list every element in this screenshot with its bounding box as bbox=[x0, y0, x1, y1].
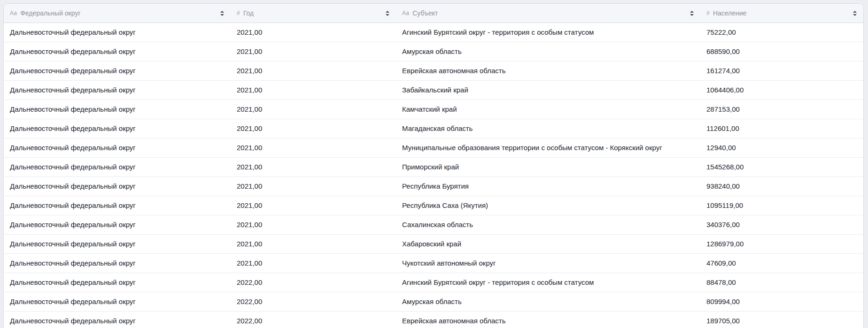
table-body: Дальневосточный федеральный округ 2021,0… bbox=[4, 23, 863, 328]
table-row: Дальневосточный федеральный округ 2021,0… bbox=[4, 81, 863, 100]
cell-federal-district: Дальневосточный федеральный округ bbox=[4, 177, 231, 196]
column-header-year[interactable]: # Год bbox=[231, 4, 396, 23]
table-row: Дальневосточный федеральный округ 2022,0… bbox=[4, 292, 863, 312]
sort-icon[interactable] bbox=[381, 11, 389, 16]
text-type-icon: Аа bbox=[10, 10, 17, 16]
column-header-federal-district[interactable]: Аа Федеральный округ bbox=[4, 4, 231, 23]
table-row: Дальневосточный федеральный округ 2022,0… bbox=[4, 312, 863, 328]
cell-year: 2021,00 bbox=[231, 254, 396, 273]
cell-federal-district: Дальневосточный федеральный округ bbox=[4, 81, 231, 99]
table-row: Дальневосточный федеральный округ 2021,0… bbox=[4, 23, 863, 42]
column-header-population[interactable]: # Население bbox=[700, 4, 863, 23]
cell-year: 2021,00 bbox=[231, 81, 396, 99]
sort-icon[interactable] bbox=[216, 11, 224, 16]
cell-population: 1286979,00 bbox=[700, 235, 863, 253]
cell-federal-district: Дальневосточный федеральный округ bbox=[4, 42, 231, 61]
cell-year: 2022,00 bbox=[231, 292, 396, 311]
cell-subject: Муниципальные образования территории с о… bbox=[396, 138, 700, 157]
cell-subject: Еврейская автономная область bbox=[396, 61, 700, 80]
cell-subject: Агинский Бурятский округ - территория с … bbox=[396, 23, 700, 42]
cell-federal-district: Дальневосточный федеральный округ bbox=[4, 273, 231, 292]
table-row: Дальневосточный федеральный округ 2021,0… bbox=[4, 254, 863, 273]
cell-population: 688590,00 bbox=[700, 42, 863, 61]
cell-subject: Амурская область bbox=[396, 42, 700, 61]
cell-year: 2021,00 bbox=[231, 138, 396, 157]
cell-federal-district: Дальневосточный федеральный округ bbox=[4, 196, 231, 215]
column-label: Субъект bbox=[412, 9, 438, 17]
cell-population: 75222,00 bbox=[700, 23, 863, 42]
cell-population: 809994,00 bbox=[700, 292, 863, 311]
cell-subject: Чукотский автономный округ bbox=[396, 254, 700, 273]
cell-federal-district: Дальневосточный федеральный округ bbox=[4, 292, 231, 311]
cell-population: 161274,00 bbox=[700, 61, 863, 80]
cell-year: 2021,00 bbox=[231, 196, 396, 215]
data-table-card: Аа Федеральный округ # Год Аа Субъект # … bbox=[3, 3, 864, 328]
cell-subject: Хабаровский край bbox=[396, 235, 700, 253]
table-row: Дальневосточный федеральный округ 2021,0… bbox=[4, 235, 863, 254]
cell-population: 47609,00 bbox=[700, 254, 863, 273]
cell-subject: Магаданская область bbox=[396, 119, 700, 138]
table-header-row: Аа Федеральный округ # Год Аа Субъект # … bbox=[4, 4, 863, 23]
cell-subject: Амурская область bbox=[396, 292, 700, 311]
cell-year: 2021,00 bbox=[231, 235, 396, 253]
cell-federal-district: Дальневосточный федеральный округ bbox=[4, 100, 231, 119]
sort-icon[interactable] bbox=[848, 11, 857, 16]
cell-population: 88478,00 bbox=[700, 273, 863, 292]
cell-population: 1095119,00 bbox=[700, 196, 863, 215]
column-header-subject[interactable]: Аа Субъект bbox=[396, 4, 700, 23]
cell-federal-district: Дальневосточный федеральный округ bbox=[4, 119, 231, 138]
cell-population: 938240,00 bbox=[700, 177, 863, 196]
column-label: Год bbox=[243, 9, 254, 17]
cell-year: 2021,00 bbox=[231, 100, 396, 119]
cell-year: 2021,00 bbox=[231, 177, 396, 196]
cell-year: 2021,00 bbox=[231, 119, 396, 138]
table-row: Дальневосточный федеральный округ 2021,0… bbox=[4, 119, 863, 138]
sort-icon[interactable] bbox=[685, 11, 694, 16]
table-row: Дальневосточный федеральный округ 2021,0… bbox=[4, 177, 863, 196]
cell-subject: Забайкальский край bbox=[396, 81, 700, 99]
table-row: Дальневосточный федеральный округ 2021,0… bbox=[4, 215, 863, 235]
cell-federal-district: Дальневосточный федеральный округ bbox=[4, 215, 231, 234]
cell-federal-district: Дальневосточный федеральный округ bbox=[4, 158, 231, 176]
cell-subject: Республика Саха (Якутия) bbox=[396, 196, 700, 215]
column-label: Население bbox=[713, 9, 747, 17]
table-row: Дальневосточный федеральный округ 2021,0… bbox=[4, 42, 863, 61]
cell-year: 2021,00 bbox=[231, 215, 396, 234]
cell-federal-district: Дальневосточный федеральный округ bbox=[4, 312, 231, 328]
cell-federal-district: Дальневосточный федеральный округ bbox=[4, 23, 231, 42]
cell-subject: Приморский край bbox=[396, 158, 700, 176]
cell-subject: Сахалинская область bbox=[396, 215, 700, 234]
cell-population: 12940,00 bbox=[700, 138, 863, 157]
cell-year: 2022,00 bbox=[231, 273, 396, 292]
cell-population: 112601,00 bbox=[700, 119, 863, 138]
cell-year: 2021,00 bbox=[231, 23, 396, 42]
cell-federal-district: Дальневосточный федеральный округ bbox=[4, 138, 231, 157]
cell-population: 189705,00 bbox=[700, 312, 863, 328]
cell-population: 1064406,00 bbox=[700, 81, 863, 99]
cell-federal-district: Дальневосточный федеральный округ bbox=[4, 61, 231, 80]
number-type-icon: # bbox=[706, 10, 710, 16]
table-row: Дальневосточный федеральный округ 2021,0… bbox=[4, 100, 863, 119]
cell-subject: Республика Бурятия bbox=[396, 177, 700, 196]
cell-subject: Еврейская автономная область bbox=[396, 312, 700, 328]
cell-federal-district: Дальневосточный федеральный округ bbox=[4, 235, 231, 253]
table-row: Дальневосточный федеральный округ 2021,0… bbox=[4, 158, 863, 177]
table-row: Дальневосточный федеральный округ 2021,0… bbox=[4, 61, 863, 81]
text-type-icon: Аа bbox=[402, 10, 409, 16]
cell-population: 1545268,00 bbox=[700, 158, 863, 176]
cell-year: 2021,00 bbox=[231, 158, 396, 176]
cell-year: 2021,00 bbox=[231, 42, 396, 61]
table-row: Дальневосточный федеральный округ 2021,0… bbox=[4, 138, 863, 158]
cell-subject: Агинский Бурятский округ - территория с … bbox=[396, 273, 700, 292]
cell-year: 2022,00 bbox=[231, 312, 396, 328]
cell-population: 287153,00 bbox=[700, 100, 863, 119]
cell-population: 340376,00 bbox=[700, 215, 863, 234]
column-label: Федеральный округ bbox=[20, 9, 80, 17]
cell-federal-district: Дальневосточный федеральный округ bbox=[4, 254, 231, 273]
table-row: Дальневосточный федеральный округ 2021,0… bbox=[4, 196, 863, 215]
table-row: Дальневосточный федеральный округ 2022,0… bbox=[4, 273, 863, 292]
cell-year: 2021,00 bbox=[231, 61, 396, 80]
number-type-icon: # bbox=[237, 10, 240, 16]
cell-subject: Камчатский край bbox=[396, 100, 700, 119]
